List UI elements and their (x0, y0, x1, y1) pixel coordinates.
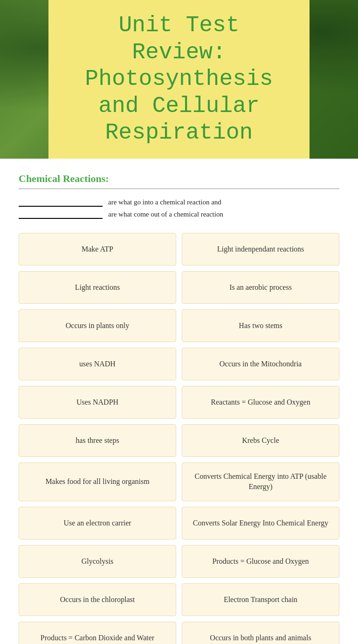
blank-2 (19, 210, 103, 219)
hero-section: Unit Test Review: Photosynthesis and Cel… (0, 0, 358, 159)
section-divider (19, 189, 339, 189)
card-item-22[interactable]: Occurs in both plants and animals (182, 622, 339, 644)
card-item-12[interactable]: Krebs Cycle (182, 424, 339, 457)
fill-line-2: are what come out of a chemical reaction (19, 210, 339, 219)
card-item-21[interactable]: Products = Carbon Dioxide and Water (19, 622, 176, 644)
card-item-14[interactable]: Converts Chemical Energy into ATP (usabl… (182, 462, 339, 501)
card-item-18[interactable]: Products = Glucose and Oxygen (182, 545, 339, 578)
content-section: Chemical Reactions: are what go into a c… (0, 159, 358, 644)
card-item-19[interactable]: Occurs in the chloroplast (19, 583, 176, 616)
card-item-16[interactable]: Converts Solar Energy Into Chemical Ener… (182, 507, 339, 539)
section-heading: Chemical Reactions: (19, 173, 339, 185)
card-item-7[interactable]: uses NADH (19, 348, 176, 380)
card-item-9[interactable]: Uses NADPH (19, 386, 176, 419)
card-item-2[interactable]: Light indenpendant reactions (182, 233, 339, 266)
hero-card: Unit Test Review: Photosynthesis and Cel… (48, 0, 310, 159)
fill-in-section: Chemical Reactions: are what go into a c… (19, 173, 339, 219)
card-item-17[interactable]: Glycolysis (19, 545, 176, 578)
cards-grid: Make ATPLight indenpendant reactionsLigh… (19, 233, 339, 644)
card-item-5[interactable]: Occurs in plants only (19, 309, 176, 342)
card-item-3[interactable]: Light reactions (19, 271, 176, 304)
fill-text-1: are what go into a chemical reaction and (108, 198, 221, 206)
card-item-1[interactable]: Make ATP (19, 233, 176, 266)
card-item-11[interactable]: has three steps (19, 424, 176, 457)
card-item-4[interactable]: Is an aerobic process (182, 271, 339, 304)
card-item-6[interactable]: Has two stems (182, 309, 339, 342)
fill-lines: are what go into a chemical reaction and… (19, 197, 339, 219)
card-item-8[interactable]: Occurs in the Mitochondria (182, 348, 339, 380)
fill-line-1: are what go into a chemical reaction and (19, 197, 339, 207)
fill-text-2: are what come out of a chemical reaction (108, 210, 223, 218)
card-item-13[interactable]: Makes food for all living organism (19, 462, 176, 501)
card-item-20[interactable]: Electron Transport chain (182, 583, 339, 616)
card-item-15[interactable]: Use an electron carrier (19, 507, 176, 539)
hero-title: Unit Test Review: Photosynthesis and Cel… (72, 12, 286, 147)
card-item-10[interactable]: Reactants = Glucose and Oxygen (182, 386, 339, 419)
blank-1 (19, 197, 103, 207)
